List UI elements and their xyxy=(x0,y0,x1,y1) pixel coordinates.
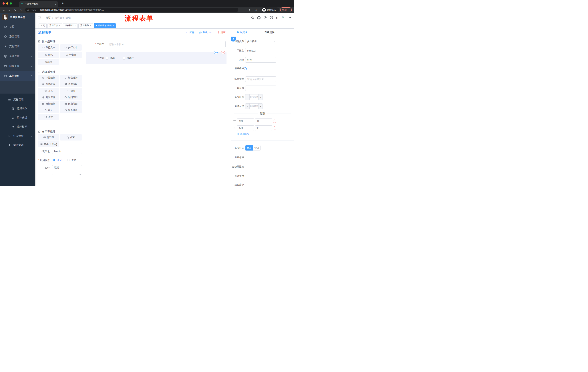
option1-value-input[interactable] xyxy=(255,118,272,124)
option2-name-input[interactable] xyxy=(237,125,254,131)
chip-time-range[interactable]: 时间范围 xyxy=(60,94,82,100)
sidebar-item-process-management[interactable]: 流程管理 xyxy=(0,95,35,104)
chip-password[interactable]: 密码 xyxy=(38,52,59,58)
component-type-select[interactable] xyxy=(245,39,276,44)
drag-handle-icon[interactable] xyxy=(233,127,236,130)
option1-name-input[interactable] xyxy=(237,118,254,124)
tag-close-icon[interactable]: × xyxy=(59,24,60,27)
sidebar-item-devtools[interactable]: 研发工具 xyxy=(0,61,35,71)
stepper-increase-button[interactable]: + xyxy=(258,104,262,109)
textarea-resize-handle[interactable] xyxy=(79,173,81,175)
chip-cascader[interactable]: 级联选择 xyxy=(60,74,82,81)
sidebar-item-process-model[interactable]: 流程模型 xyxy=(0,122,35,131)
sidebar-item-leave-query[interactable]: 请假查询 xyxy=(0,140,35,149)
home-button[interactable]: ⌂ xyxy=(18,7,23,13)
stepper-increase-button[interactable]: + xyxy=(258,95,262,100)
save-button[interactable]: ✓保存 xyxy=(186,31,194,34)
tab-close-icon[interactable]: × xyxy=(55,3,57,6)
bookmark-star-icon[interactable]: ☆ xyxy=(254,8,258,12)
password-key-icon[interactable] xyxy=(248,8,252,12)
sidebar-collapse-icon[interactable] xyxy=(38,16,41,20)
style-default-button[interactable]: 默认 xyxy=(245,145,253,150)
phone-field-input[interactable] xyxy=(106,41,226,47)
gender-option1-label[interactable]: 选项一 xyxy=(110,57,117,60)
option2-value-input[interactable] xyxy=(255,125,272,131)
chip-radio-group[interactable]: 单选框组 xyxy=(38,81,59,87)
chip-select[interactable]: 下拉选择 xyxy=(38,74,59,81)
tag-close-icon[interactable]: × xyxy=(90,24,91,27)
help-icon[interactable] xyxy=(264,16,267,19)
status-on-label[interactable]: 开启 xyxy=(57,159,62,162)
drag-handle-icon[interactable] xyxy=(233,120,236,123)
chip-switch[interactable]: 开关 xyxy=(38,88,59,94)
chip-time-picker[interactable]: 时间选择 xyxy=(38,94,59,100)
tag-close-icon[interactable]: × xyxy=(74,24,76,27)
clear-button[interactable]: 清空 xyxy=(217,31,226,34)
tag-process-definition[interactable]: 流程定义× xyxy=(47,23,62,28)
tag-process-model[interactable]: 流程模型× xyxy=(63,23,77,28)
breadcrumb-home[interactable]: 首页 xyxy=(45,16,51,20)
avatar[interactable] xyxy=(282,16,286,20)
tag-process-form[interactable]: 流程表单× xyxy=(78,23,93,28)
browser-tab[interactable]: 芋道管理系统 × xyxy=(19,1,58,7)
chip-rate[interactable]: 评分 xyxy=(38,107,59,113)
status-on-radio[interactable] xyxy=(52,159,55,161)
chip-slider[interactable]: 滑块 xyxy=(60,88,82,94)
title-input[interactable] xyxy=(245,57,276,63)
tag-home[interactable]: 首页 xyxy=(39,23,47,28)
new-tab-button[interactable]: + xyxy=(60,1,65,6)
chip-color-picker[interactable]: 颜色选择 xyxy=(60,107,82,113)
sidebar-item-infra[interactable]: 基础设施 xyxy=(0,51,35,61)
chip-date-range[interactable]: 日期范围 xyxy=(60,101,82,107)
gender-option2-label[interactable]: 选项二 xyxy=(127,57,134,60)
minimize-window-button[interactable] xyxy=(6,2,8,5)
maximize-window-button[interactable] xyxy=(10,2,12,5)
tab-component-props[interactable]: 组件属性 xyxy=(237,31,247,34)
sidebar-item-system[interactable]: 系统管理 xyxy=(0,32,35,42)
chip-date-picker[interactable]: 日期选择 xyxy=(38,101,59,107)
gender-option1-checkbox[interactable] xyxy=(106,57,108,60)
label-width-input[interactable] xyxy=(245,76,276,82)
copy-component-button[interactable] xyxy=(214,51,218,54)
chip-checkbox-group[interactable]: 多选框组 xyxy=(60,81,82,87)
chip-single-line-text[interactable]: 单行文本 xyxy=(38,44,59,51)
fullscreen-icon[interactable] xyxy=(270,16,273,19)
sidebar-item-task-management[interactable]: 任务管理 xyxy=(0,131,35,140)
github-icon[interactable] xyxy=(257,16,261,20)
status-off-label[interactable]: 关闭 xyxy=(71,159,76,162)
gender-option2-checkbox[interactable] xyxy=(123,57,125,60)
tab-form-props[interactable]: 表单属性 xyxy=(264,31,274,34)
search-icon[interactable] xyxy=(251,16,254,19)
font-size-icon[interactable]: TT xyxy=(276,16,279,19)
delete-component-button[interactable] xyxy=(221,51,225,54)
status-off-radio[interactable] xyxy=(67,159,70,161)
window-controls[interactable] xyxy=(2,2,12,5)
sidebar-item-home[interactable]: 首页 xyxy=(0,22,35,32)
close-window-button[interactable] xyxy=(2,2,5,5)
remove-option-button[interactable]: − xyxy=(273,120,276,123)
sidebar-item-payment[interactable]: ¥ 支付管理 xyxy=(0,42,35,51)
slider-handle[interactable] xyxy=(244,67,247,70)
reload-button[interactable]: ↻ xyxy=(13,7,18,13)
sidebar-logo-row[interactable]: 芋道管理系统 xyxy=(0,13,35,22)
security-label[interactable]: 不安全 xyxy=(30,8,37,11)
forward-button[interactable]: → xyxy=(7,7,12,13)
update-button[interactable]: 更新 ⋮ xyxy=(280,7,292,12)
chip-row-container[interactable]: 行容器 xyxy=(38,134,59,140)
style-button-button[interactable]: 按钮 xyxy=(253,145,260,150)
min-checked-input[interactable] xyxy=(250,95,258,100)
address-bar[interactable]: ⚠ 不安全 dashboard.yudao.iocoder.cn/bpm/man… xyxy=(25,8,238,12)
view-json-button[interactable]: ◎查看json xyxy=(199,31,212,34)
back-button[interactable]: ← xyxy=(1,7,6,13)
tag-process-form-edit[interactable]: 流程表单-编辑× xyxy=(94,23,116,28)
chip-upload[interactable]: 上传 xyxy=(38,114,59,120)
avatar-dropdown-caret-icon[interactable] xyxy=(289,17,291,18)
max-checked-input[interactable] xyxy=(250,104,258,109)
default-value-input[interactable] xyxy=(245,85,276,91)
form-name-input[interactable] xyxy=(52,149,82,154)
remove-option-button[interactable]: − xyxy=(273,127,276,130)
browser-menu-icon[interactable]: ⋮ xyxy=(288,9,290,11)
add-option-button[interactable]: + 添加选项 xyxy=(236,132,249,136)
stepper-decrease-button[interactable]: − xyxy=(245,104,250,109)
stepper-decrease-button[interactable]: − xyxy=(245,95,250,100)
